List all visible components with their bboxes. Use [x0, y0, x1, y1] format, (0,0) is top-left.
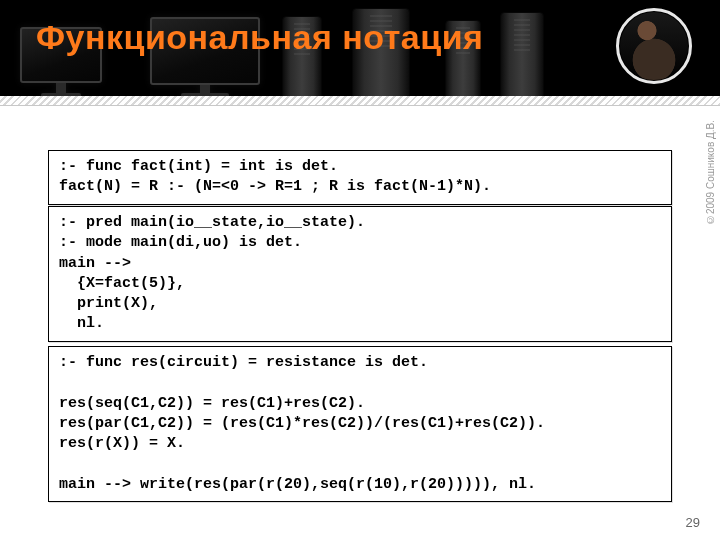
- slide-title: Функциональная нотация: [36, 18, 483, 57]
- avatar: [616, 8, 692, 84]
- code-block-res: :- func res(circuit) = resistance is det…: [48, 346, 672, 502]
- header-divider: [0, 96, 720, 106]
- code-block-fact: :- func fact(int) = int is det. fact(N) …: [48, 150, 672, 205]
- tower-icon: [500, 12, 544, 98]
- code-block-main: :- pred main(io__state,io__state). :- mo…: [48, 206, 672, 342]
- page-number: 29: [686, 515, 700, 530]
- copyright-text: ©2009 Сошников Д.В.: [705, 120, 716, 225]
- slide: Функциональная нотация :- func fact(int)…: [0, 0, 720, 540]
